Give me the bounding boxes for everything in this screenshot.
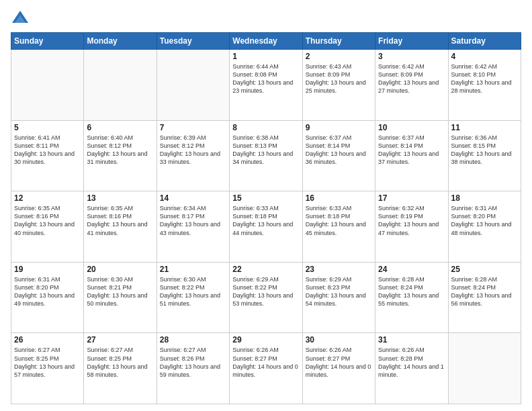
day-number: 26 — [14, 335, 81, 345]
day-cell: 13Sunrise: 6:35 AM Sunset: 8:16 PM Dayli… — [84, 191, 157, 263]
day-info: Sunrise: 6:35 AM Sunset: 8:16 PM Dayligh… — [14, 204, 81, 237]
col-header-thursday: Thursday — [302, 33, 375, 50]
day-cell: 21Sunrise: 6:30 AM Sunset: 8:22 PM Dayli… — [157, 262, 229, 333]
day-number: 25 — [451, 265, 518, 274]
day-cell: 22Sunrise: 6:29 AM Sunset: 8:22 PM Dayli… — [230, 262, 302, 333]
week-row-2: 12Sunrise: 6:35 AM Sunset: 8:16 PM Dayli… — [11, 191, 521, 263]
day-cell: 26Sunrise: 6:27 AM Sunset: 8:25 PM Dayli… — [11, 333, 84, 404]
day-cell: 19Sunrise: 6:31 AM Sunset: 8:20 PM Dayli… — [11, 262, 84, 333]
logo — [11, 8, 32, 27]
day-number: 30 — [306, 335, 372, 345]
day-number: 24 — [378, 265, 445, 274]
day-info: Sunrise: 6:42 AM Sunset: 8:09 PM Dayligh… — [378, 62, 445, 95]
day-number: 7 — [160, 123, 226, 132]
day-number: 19 — [14, 265, 81, 274]
col-header-monday: Monday — [84, 33, 157, 50]
day-info: Sunrise: 6:37 AM Sunset: 8:14 PM Dayligh… — [306, 134, 372, 167]
day-cell: 17Sunrise: 6:32 AM Sunset: 8:19 PM Dayli… — [375, 191, 448, 263]
day-cell: 9Sunrise: 6:37 AM Sunset: 8:14 PM Daylig… — [302, 120, 375, 191]
day-cell: 2Sunrise: 6:43 AM Sunset: 8:09 PM Daylig… — [302, 50, 375, 121]
day-cell: 20Sunrise: 6:30 AM Sunset: 8:21 PM Dayli… — [84, 262, 157, 333]
day-info: Sunrise: 6:30 AM Sunset: 8:22 PM Dayligh… — [160, 275, 226, 308]
day-number: 8 — [232, 123, 299, 132]
day-number: 5 — [14, 123, 81, 132]
day-cell: 7Sunrise: 6:39 AM Sunset: 8:12 PM Daylig… — [157, 120, 229, 191]
day-number: 1 — [232, 52, 299, 61]
day-number: 4 — [451, 52, 518, 61]
day-number: 31 — [378, 335, 445, 345]
day-number: 21 — [160, 265, 226, 274]
week-row-1: 5Sunrise: 6:41 AM Sunset: 8:11 PM Daylig… — [11, 120, 521, 191]
day-info: Sunrise: 6:28 AM Sunset: 8:24 PM Dayligh… — [451, 275, 518, 308]
day-info: Sunrise: 6:34 AM Sunset: 8:17 PM Dayligh… — [160, 204, 226, 237]
week-row-0: 1Sunrise: 6:44 AM Sunset: 8:08 PM Daylig… — [11, 50, 521, 121]
col-header-sunday: Sunday — [11, 33, 84, 50]
calendar-table: SundayMondayTuesdayWednesdayThursdayFrid… — [11, 32, 521, 404]
col-header-friday: Friday — [375, 33, 448, 50]
day-cell: 27Sunrise: 6:27 AM Sunset: 8:25 PM Dayli… — [84, 333, 157, 404]
day-info: Sunrise: 6:37 AM Sunset: 8:14 PM Dayligh… — [378, 134, 445, 167]
day-number: 2 — [306, 52, 372, 61]
day-number: 27 — [87, 335, 153, 345]
day-cell — [84, 50, 157, 121]
day-number: 3 — [378, 52, 445, 61]
day-info: Sunrise: 6:32 AM Sunset: 8:19 PM Dayligh… — [378, 204, 445, 237]
day-cell: 28Sunrise: 6:27 AM Sunset: 8:26 PM Dayli… — [157, 333, 229, 404]
day-cell — [157, 50, 229, 121]
week-row-3: 19Sunrise: 6:31 AM Sunset: 8:20 PM Dayli… — [11, 262, 521, 333]
col-header-wednesday: Wednesday — [230, 33, 302, 50]
day-info: Sunrise: 6:35 AM Sunset: 8:16 PM Dayligh… — [87, 204, 153, 237]
day-info: Sunrise: 6:42 AM Sunset: 8:10 PM Dayligh… — [451, 62, 518, 95]
day-cell: 15Sunrise: 6:33 AM Sunset: 8:18 PM Dayli… — [230, 191, 302, 263]
day-info: Sunrise: 6:44 AM Sunset: 8:08 PM Dayligh… — [232, 62, 299, 95]
day-cell: 1Sunrise: 6:44 AM Sunset: 8:08 PM Daylig… — [230, 50, 302, 121]
day-number: 20 — [87, 265, 153, 274]
col-header-tuesday: Tuesday — [157, 33, 229, 50]
day-info: Sunrise: 6:39 AM Sunset: 8:12 PM Dayligh… — [160, 134, 226, 167]
day-cell: 3Sunrise: 6:42 AM Sunset: 8:09 PM Daylig… — [375, 50, 448, 121]
week-row-4: 26Sunrise: 6:27 AM Sunset: 8:25 PM Dayli… — [11, 333, 521, 404]
day-number: 29 — [232, 335, 299, 345]
day-cell: 12Sunrise: 6:35 AM Sunset: 8:16 PM Dayli… — [11, 191, 84, 263]
day-cell: 8Sunrise: 6:38 AM Sunset: 8:13 PM Daylig… — [230, 120, 302, 191]
day-cell: 30Sunrise: 6:26 AM Sunset: 8:27 PM Dayli… — [302, 333, 375, 404]
day-info: Sunrise: 6:29 AM Sunset: 8:22 PM Dayligh… — [232, 275, 299, 308]
day-cell: 18Sunrise: 6:31 AM Sunset: 8:20 PM Dayli… — [448, 191, 521, 263]
day-info: Sunrise: 6:41 AM Sunset: 8:11 PM Dayligh… — [14, 134, 81, 167]
day-cell: 23Sunrise: 6:29 AM Sunset: 8:23 PM Dayli… — [302, 262, 375, 333]
day-info: Sunrise: 6:27 AM Sunset: 8:25 PM Dayligh… — [14, 346, 81, 379]
day-number: 15 — [232, 193, 299, 203]
day-cell: 4Sunrise: 6:42 AM Sunset: 8:10 PM Daylig… — [448, 50, 521, 121]
day-cell: 25Sunrise: 6:28 AM Sunset: 8:24 PM Dayli… — [448, 262, 521, 333]
day-number: 10 — [378, 123, 445, 132]
day-info: Sunrise: 6:27 AM Sunset: 8:25 PM Dayligh… — [87, 346, 153, 379]
day-number: 12 — [14, 193, 81, 203]
day-cell: 11Sunrise: 6:36 AM Sunset: 8:15 PM Dayli… — [448, 120, 521, 191]
day-cell — [11, 50, 84, 121]
day-cell: 14Sunrise: 6:34 AM Sunset: 8:17 PM Dayli… — [157, 191, 229, 263]
page: SundayMondayTuesdayWednesdayThursdayFrid… — [0, 0, 532, 411]
day-info: Sunrise: 6:31 AM Sunset: 8:20 PM Dayligh… — [451, 204, 518, 237]
col-header-saturday: Saturday — [448, 33, 521, 50]
day-cell: 6Sunrise: 6:40 AM Sunset: 8:12 PM Daylig… — [84, 120, 157, 191]
day-number: 6 — [87, 123, 153, 132]
day-number: 9 — [306, 123, 372, 132]
day-info: Sunrise: 6:40 AM Sunset: 8:12 PM Dayligh… — [87, 134, 153, 167]
day-cell: 16Sunrise: 6:33 AM Sunset: 8:18 PM Dayli… — [302, 191, 375, 263]
day-number: 17 — [378, 193, 445, 203]
day-number: 22 — [232, 265, 299, 274]
day-number: 18 — [451, 193, 518, 203]
day-number: 13 — [87, 193, 153, 203]
day-info: Sunrise: 6:33 AM Sunset: 8:18 PM Dayligh… — [306, 204, 372, 237]
day-info: Sunrise: 6:30 AM Sunset: 8:21 PM Dayligh… — [87, 275, 153, 308]
day-info: Sunrise: 6:26 AM Sunset: 8:28 PM Dayligh… — [378, 346, 445, 379]
day-cell — [448, 333, 521, 404]
day-cell: 31Sunrise: 6:26 AM Sunset: 8:28 PM Dayli… — [375, 333, 448, 404]
day-cell: 29Sunrise: 6:26 AM Sunset: 8:27 PM Dayli… — [230, 333, 302, 404]
day-number: 11 — [451, 123, 518, 132]
day-number: 23 — [306, 265, 372, 274]
day-info: Sunrise: 6:36 AM Sunset: 8:15 PM Dayligh… — [451, 134, 518, 167]
day-info: Sunrise: 6:26 AM Sunset: 8:27 PM Dayligh… — [232, 346, 299, 379]
day-cell: 24Sunrise: 6:28 AM Sunset: 8:24 PM Dayli… — [375, 262, 448, 333]
header — [11, 8, 521, 27]
